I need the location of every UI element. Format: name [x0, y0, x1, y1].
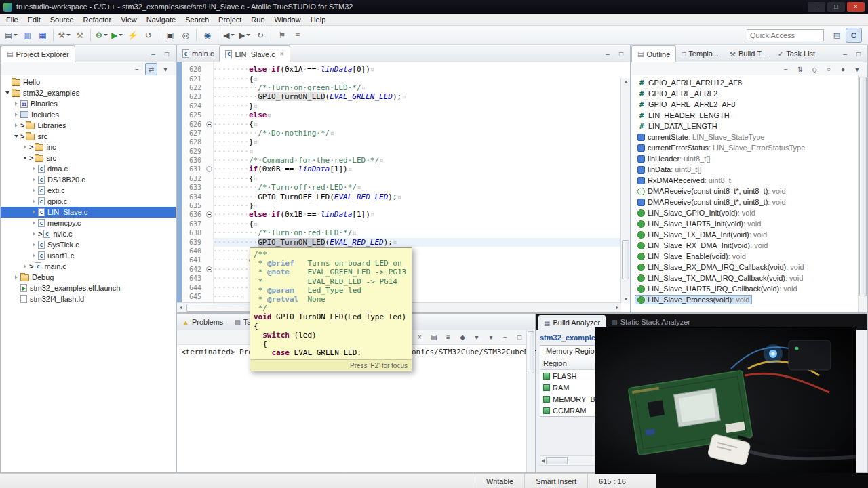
outline-item-linheader[interactable]: linHeader : uint8_t[] [631, 153, 859, 164]
expand-arrow-icon[interactable] [30, 199, 38, 203]
outline-item-lin-slave-uart5-init-void[interactable]: LIN_Slave_UART5_Init(void) : void [631, 218, 859, 229]
build-analyzer-scrollbar[interactable] [540, 455, 595, 466]
open-console-icon[interactable]: ▾ [485, 331, 497, 344]
outline-item-lin-data-length[interactable]: #LIN_DATA_LENGTH [631, 121, 859, 131]
code-line[interactable]: 633··········/*·Turn·off·red·LED·*/¤ [177, 183, 621, 192]
show-annotations-icon[interactable]: ≡ [290, 28, 305, 42]
quick-access-input[interactable] [747, 29, 824, 41]
outline-item-gpio-afrl-afrl2[interactable]: #GPIO_AFRL_AFRL2 [631, 88, 859, 99]
outline-item-lin-slave-enable-void[interactable]: LIN_Slave_Enable(void) : void [631, 251, 859, 262]
fold-collapse-icon[interactable] [205, 121, 213, 127]
scroll-right-icon[interactable] [613, 303, 621, 312]
minimize-view-icon[interactable]: – [601, 47, 614, 60]
cpp-perspective-button[interactable]: C [846, 28, 862, 43]
tree-item-systick-c[interactable]: cSysTick.c [1, 239, 176, 250]
code-line[interactable]: 629········¤ [177, 147, 621, 156]
tree-item-stm32-examples-elf-launch[interactable]: stm32_examples.elf.launch [1, 283, 176, 293]
tree-item-stm32-examples[interactable]: stm32_examples [1, 87, 176, 98]
terminal-icon[interactable]: ▣ [162, 28, 178, 42]
back-icon[interactable]: ◀ [221, 28, 237, 42]
code-line[interactable]: 638··········/*·Turn·on·red·LED·*/¤ [177, 228, 621, 237]
tree-item-stm32f4-flash-ld[interactable]: stm32f4_flash.ld [1, 293, 176, 304]
pin-console-icon[interactable]: ◆ [456, 331, 469, 344]
close-button[interactable]: × [847, 2, 865, 12]
expand-arrow-icon[interactable] [30, 253, 38, 258]
scroll-lock-icon[interactable]: ≡ [442, 331, 454, 344]
code-line[interactable]: 622··········/*·Turn·on·green·LED·*/¤ [177, 83, 621, 92]
menu-run[interactable]: Run [246, 14, 269, 25]
expand-arrow-icon[interactable] [30, 232, 38, 236]
remove-all-terminated-icon[interactable]: × [414, 331, 426, 344]
minimize-button[interactable]: – [808, 2, 825, 12]
outline-item-currenterrorstatus[interactable]: currentErrorStatus : LIN_Slave_ErrorStat… [631, 142, 859, 153]
menu-help[interactable]: Help [306, 14, 331, 25]
menu-file[interactable]: File [1, 14, 23, 25]
new-icon[interactable]: ▤ [3, 28, 19, 42]
outline-item-rxdmareceived[interactable]: RxDMAReceived : uint8_t [631, 175, 859, 186]
hide-non-public-icon[interactable]: ● [837, 63, 849, 75]
minimize-view-icon[interactable]: – [839, 47, 851, 60]
tab-main-c[interactable]: cmain.c [177, 45, 219, 62]
debug-icon[interactable]: ⚙ [94, 28, 109, 42]
run-icon[interactable]: ▶ [109, 28, 125, 42]
tab-task-list[interactable]: ✓Task List [772, 45, 821, 62]
tree-item-libraries[interactable]: >Libraries [1, 120, 176, 131]
flash-program-icon[interactable]: ⚡ [125, 28, 140, 42]
expand-arrow-icon[interactable] [30, 188, 38, 192]
outline-item-lin-header-length[interactable]: #LIN_HEADER_LENGTH [631, 110, 859, 121]
maximize-button[interactable]: □ [827, 2, 845, 12]
scroll-down-icon[interactable] [621, 295, 630, 303]
collapse-all-icon[interactable]: − [131, 63, 143, 75]
hide-static-members-icon[interactable]: ○ [823, 63, 835, 75]
code-line[interactable]: 637········{¤ [177, 220, 621, 228]
scrollbar-thumb[interactable] [546, 457, 568, 464]
menu-refactor[interactable]: Refactor [79, 14, 117, 25]
tree-item-gpio-c[interactable]: cgpio.c [1, 196, 176, 207]
expand-arrow-icon[interactable] [12, 102, 20, 106]
editor-vertical-scrollbar[interactable] [620, 78, 630, 303]
outline-item-lin-slave-rx-dma-irq-callback-void[interactable]: LIN_Slave_RX_DMA_IRQ_Callback(void) : vo… [631, 262, 859, 272]
minimize-view-icon[interactable]: − [499, 331, 511, 344]
maximize-view-icon[interactable]: □ [513, 331, 526, 344]
forward-icon[interactable]: ▶ [237, 28, 252, 42]
menu-window[interactable]: Window [270, 14, 306, 25]
maximize-view-icon[interactable]: □ [161, 47, 173, 60]
code-line[interactable]: 624········}¤ [177, 102, 621, 110]
console-scrollbar[interactable] [526, 330, 535, 472]
fold-collapse-icon[interactable] [205, 266, 213, 272]
outline-item-lin-slave-uart5-irq-callback-void[interactable]: LIN_Slave_UART5_IRQ_Callback(void) : voi… [631, 283, 859, 294]
tree-item-nvic-c[interactable]: >cnvic.c [1, 228, 176, 239]
view-menu-icon[interactable]: ▾ [159, 63, 172, 75]
outline-item-lin-slave-gpio-init-void[interactable]: LIN_Slave_GPIO_Init(void) : void [631, 207, 859, 218]
tree-item-src[interactable]: >src [1, 152, 176, 163]
scrollbar-thumb[interactable] [622, 240, 629, 279]
expand-arrow-icon[interactable] [21, 145, 29, 149]
outline-item-lin-slave-tx-dma-init-void[interactable]: LIN_Slave_TX_DMA_Init(void) : void [631, 229, 859, 240]
outline-item-lindata[interactable]: linData : uint8_t[] [631, 164, 859, 175]
build-icon[interactable]: ⚒ [56, 28, 72, 42]
scrollbar-thumb[interactable] [859, 77, 867, 296]
collapse-arrow-icon[interactable] [12, 135, 20, 138]
tab-build-t[interactable]: ⚒Build T... [724, 45, 772, 62]
menu-navigate[interactable]: Navigate [142, 14, 180, 25]
tree-item-binaries[interactable]: 01Binaries [1, 98, 176, 109]
menu-edit[interactable]: Edit [23, 14, 45, 25]
collapse-arrow-icon[interactable] [21, 157, 29, 159]
save-all-icon[interactable]: ▦ [35, 28, 50, 42]
code-line[interactable]: 636········else·if(0x1B·==·linData[1])¤ [177, 210, 621, 219]
tree-item-hello[interactable]: Hello [1, 77, 176, 87]
tab-project-explorer[interactable]: ▤Project Explorer [1, 45, 75, 62]
code-line[interactable]: 632········{¤ [177, 174, 621, 183]
expand-arrow-icon[interactable] [12, 275, 20, 279]
menu-source[interactable]: Source [45, 14, 79, 25]
clear-console-icon[interactable]: ▤ [428, 331, 440, 344]
code-line[interactable]: 620········else·if(0x1A·==·linData[0])¤ [177, 65, 621, 74]
tab-outline[interactable]: ▤Outline [631, 45, 676, 62]
menu-project[interactable]: Project [214, 14, 246, 25]
tab-lin-slave-c[interactable]: cLIN_Slave.c× [219, 45, 290, 62]
scroll-left-icon[interactable] [542, 459, 545, 463]
tree-item-usart1-c[interactable]: cusart1.c [1, 250, 176, 261]
tree-item-ds18b20-c[interactable]: cDS18B20.c [1, 174, 176, 185]
maximize-view-icon[interactable]: □ [852, 47, 865, 60]
tree-item-inc[interactable]: >inc [1, 142, 176, 152]
